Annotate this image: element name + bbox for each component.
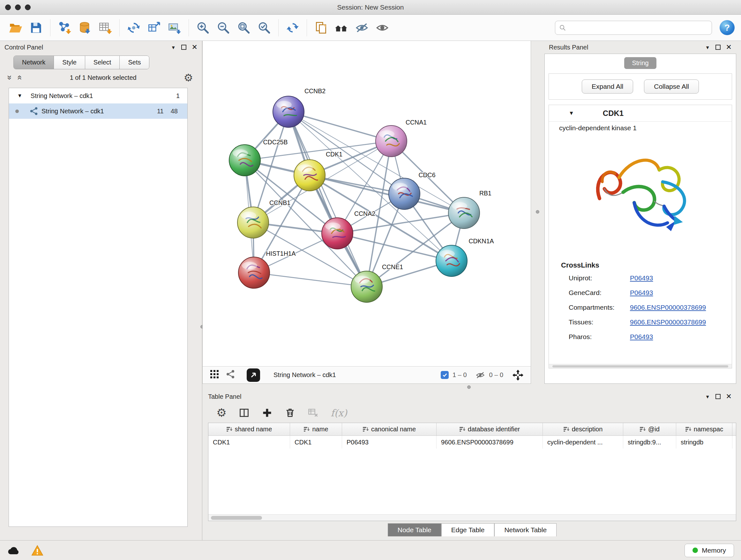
network-canvas[interactable]: CCNB2CCNA1CDC25BCDK1CDC6RB1CCNB1CCNA2CDK… xyxy=(203,41,531,366)
node-CDC25B[interactable] xyxy=(229,145,260,176)
show-columns-icon[interactable] xyxy=(239,408,250,418)
maximize-window-button[interactable] xyxy=(25,4,30,10)
table-cell[interactable]: CDK1 xyxy=(208,436,290,449)
network-row[interactable]: String Network – cdk1 11 48 xyxy=(9,104,187,119)
network-snapshot-icon[interactable] xyxy=(312,18,330,37)
zoom-in-icon[interactable] xyxy=(194,18,212,37)
minimize-window-button[interactable] xyxy=(15,4,21,10)
column-header-namespac[interactable]: namespac xyxy=(676,423,732,435)
network-collection-row[interactable]: ▼ String Network – cdk1 1 xyxy=(9,88,187,104)
edge-CCNB2-CCNA1[interactable] xyxy=(288,112,391,141)
node-CCNB2[interactable] xyxy=(273,96,304,127)
edge-HIST1H1A-CCNE1[interactable] xyxy=(254,273,367,287)
tab-node-table[interactable]: Node Table xyxy=(388,523,441,537)
collapse-all-networks-icon[interactable]: « xyxy=(16,75,24,80)
table-horizontal-scrollbar[interactable] xyxy=(208,514,736,521)
tab-select[interactable]: Select xyxy=(85,56,120,69)
collection-expander-icon[interactable]: ▼ xyxy=(17,93,22,99)
warnings-indicator[interactable] xyxy=(31,545,44,556)
edge-CCNB2-CCNE1[interactable] xyxy=(288,112,367,287)
open-session-icon[interactable] xyxy=(6,18,25,37)
results-tab-string[interactable]: String xyxy=(624,57,656,69)
tab-style[interactable]: Style xyxy=(54,56,85,69)
zoom-out-icon[interactable] xyxy=(214,18,232,37)
export-image-icon[interactable] xyxy=(165,18,184,37)
vertical-splitter-handle[interactable] xyxy=(536,210,539,213)
zoom-selected-icon[interactable] xyxy=(255,18,273,37)
search-field[interactable] xyxy=(569,24,708,31)
zoom-fit-content-icon[interactable] xyxy=(234,18,253,37)
expand-all-networks-icon[interactable]: » xyxy=(6,75,14,80)
crosslink-link[interactable]: P06493 xyxy=(630,274,653,282)
delete-column-icon[interactable] xyxy=(285,408,295,418)
maximize-results-panel-icon[interactable] xyxy=(716,45,721,50)
crosslink-link[interactable]: P06493 xyxy=(630,333,653,341)
home-views-icon[interactable] xyxy=(332,18,351,37)
selected-nodes-checkbox-icon[interactable] xyxy=(441,371,449,379)
table-cell[interactable]: cyclin-dependent ... xyxy=(543,436,623,449)
save-session-icon[interactable] xyxy=(27,18,45,37)
column-header-canonical-name[interactable]: canonical name xyxy=(342,423,436,435)
expand-all-button[interactable]: Expand All xyxy=(582,79,633,94)
float-results-panel-icon[interactable]: ▼ xyxy=(705,45,710,50)
crosslink-link[interactable]: 9606.ENSP00000378699 xyxy=(630,304,706,311)
column-header-description[interactable]: description xyxy=(543,423,623,435)
close-table-panel-icon[interactable]: ✕ xyxy=(726,393,732,400)
float-panel-icon[interactable]: ▼ xyxy=(171,45,176,50)
close-panel-icon[interactable]: ✕ xyxy=(192,44,198,51)
cloud-icon[interactable] xyxy=(7,545,21,556)
float-table-panel-icon[interactable]: ▼ xyxy=(705,394,710,399)
crosslink-link[interactable]: P06493 xyxy=(630,289,653,297)
column-header--id[interactable]: @id xyxy=(623,423,676,435)
node-HIST1H1A[interactable] xyxy=(239,257,270,288)
entry-collapse-icon[interactable]: ▼ xyxy=(569,110,574,117)
memory-button[interactable]: Memory xyxy=(684,544,734,557)
node-CCNA1[interactable] xyxy=(376,125,407,157)
horizontal-splitter-handle[interactable] xyxy=(467,385,471,389)
column-header-shared-name[interactable]: shared name xyxy=(208,423,290,435)
show-graphics-details-icon[interactable] xyxy=(373,18,392,37)
tab-network[interactable]: Network xyxy=(14,56,54,69)
tab-edge-table[interactable]: Edge Table xyxy=(441,523,495,537)
import-network-from-database-icon[interactable] xyxy=(76,18,94,37)
export-network-icon[interactable] xyxy=(145,18,163,37)
column-header-name[interactable]: name xyxy=(290,423,342,435)
node-CCNA2[interactable] xyxy=(322,218,353,249)
apply-layout-icon[interactable] xyxy=(283,18,302,37)
search-input[interactable] xyxy=(555,21,712,35)
vertical-splitter[interactable] xyxy=(531,41,544,384)
sphere-highlight xyxy=(241,212,256,219)
pan-move-icon[interactable] xyxy=(512,369,524,381)
horizontal-splitter[interactable] xyxy=(202,384,741,390)
open-in-new-window-button[interactable] xyxy=(247,368,260,382)
import-network-from-file-icon[interactable] xyxy=(55,18,74,37)
new-network-icon[interactable] xyxy=(125,18,143,37)
close-results-panel-icon[interactable]: ✕ xyxy=(726,44,732,51)
help-button[interactable]: ? xyxy=(720,20,735,35)
network-share-icon[interactable] xyxy=(226,369,235,381)
table-cell[interactable]: stringdb xyxy=(676,436,732,449)
add-column-icon[interactable] xyxy=(262,408,273,418)
maximize-panel-icon[interactable] xyxy=(181,45,186,50)
table-cell[interactable]: stringdb:9... xyxy=(623,436,676,449)
tab-network-table[interactable]: Network Table xyxy=(494,523,556,537)
maximize-table-panel-icon[interactable] xyxy=(716,394,721,399)
birds-eye-grid-icon[interactable] xyxy=(210,369,219,381)
column-header-database-identifier[interactable]: database identifier xyxy=(436,423,543,435)
table-cell[interactable]: 9606.ENSP00000378699 xyxy=(436,436,543,449)
table-settings-gear-icon[interactable]: ⚙ xyxy=(216,407,226,419)
status-bar: Memory xyxy=(0,540,741,560)
network-options-gear-icon[interactable]: ⚙ xyxy=(184,72,193,83)
import-table-from-file-icon[interactable] xyxy=(96,18,115,37)
table-cell[interactable]: CDK1 xyxy=(290,436,342,449)
close-window-button[interactable] xyxy=(5,4,11,10)
node-CCNB1[interactable] xyxy=(238,207,269,238)
collapse-all-button[interactable]: Collapse All xyxy=(644,79,699,94)
node-CDKN1A[interactable] xyxy=(436,245,467,276)
tab-sets[interactable]: Sets xyxy=(120,56,149,69)
crosslink-link[interactable]: 9606.ENSP00000378699 xyxy=(630,318,706,326)
hide-selected-icon[interactable] xyxy=(353,18,371,37)
table-row[interactable]: CDK1CDK1P064939606.ENSP00000378699cyclin… xyxy=(208,436,736,449)
entry-scrollbar[interactable] xyxy=(549,364,732,368)
table-cell[interactable]: P06493 xyxy=(342,436,436,449)
